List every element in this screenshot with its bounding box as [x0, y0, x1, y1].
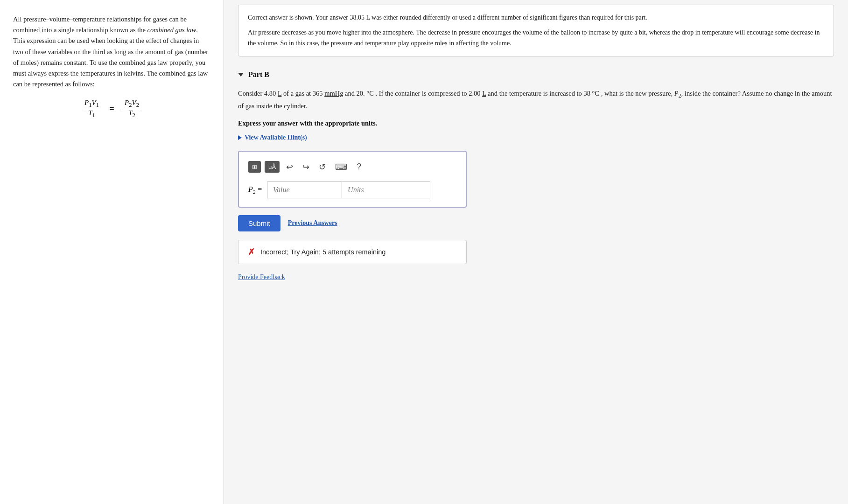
combined-gas-law-term: combined gas law: [147, 26, 196, 34]
intro-text: All pressure–volume–temperature relation…: [13, 14, 210, 90]
help-button[interactable]: ?: [354, 160, 364, 174]
feedback-line2: Air pressure decreases as you move highe…: [248, 28, 824, 49]
p2-label: P2 =: [248, 185, 262, 195]
part-a-feedback-box: Correct answer is shown. Your answer 38.…: [238, 5, 834, 56]
fraction-p2v2t2: P2V2 T2: [123, 99, 141, 119]
refresh-button[interactable]: ↺: [316, 160, 329, 174]
submit-row: Submit Previous Answers: [238, 215, 834, 231]
matrix-icon: ⊞: [252, 163, 257, 170]
part-b-content: Consider 4.80 L of a gas at 365 mmHg and…: [238, 88, 834, 281]
feedback-line1: Correct answer is shown. Your answer 38.…: [248, 13, 824, 23]
answer-input-box: ⊞ μÅ ↩ ↪ ↺ ⌨ ? P2 =: [238, 151, 467, 208]
value-input[interactable]: [267, 182, 342, 198]
formula-display: P1V1 T1 = P2V2 T2: [13, 99, 210, 119]
fraction-p1v1t1: P1V1 T1: [83, 99, 101, 119]
keyboard-button[interactable]: ⌨: [332, 160, 350, 174]
hint-arrow-icon: [238, 135, 242, 140]
previous-answers-link[interactable]: Previous Answers: [288, 219, 337, 227]
symbol-button[interactable]: μÅ: [265, 161, 280, 173]
express-units-instruction: Express your answer with the appropriate…: [238, 119, 834, 127]
answer-input-row: P2 =: [248, 182, 456, 198]
symbol-icon: μÅ: [268, 163, 276, 170]
incorrect-message: Incorrect; Try Again; 5 attempts remaini…: [260, 248, 385, 256]
hint-link[interactable]: View Available Hint(s): [245, 134, 307, 141]
part-b-header[interactable]: Part B: [238, 70, 834, 79]
part-b-title: Part B: [248, 70, 269, 79]
hint-link-container[interactable]: View Available Hint(s): [238, 134, 834, 141]
submit-button[interactable]: Submit: [238, 215, 280, 231]
part-b-question: Consider 4.80 L of a gas at 365 mmHg and…: [238, 88, 834, 112]
redo-button[interactable]: ↪: [300, 160, 312, 174]
provide-feedback-link[interactable]: Provide Feedback: [238, 273, 834, 281]
matrix-button[interactable]: ⊞: [248, 161, 261, 173]
part-b-arrow[interactable]: [238, 73, 244, 77]
answer-toolbar: ⊞ μÅ ↩ ↪ ↺ ⌨ ?: [248, 160, 456, 174]
left-panel: All pressure–volume–temperature relation…: [0, 0, 224, 504]
undo-button[interactable]: ↩: [283, 160, 296, 174]
incorrect-icon: ✗: [248, 247, 255, 257]
right-panel: Correct answer is shown. Your answer 38.…: [224, 0, 848, 504]
incorrect-feedback-box: ✗ Incorrect; Try Again; 5 attempts remai…: [238, 240, 467, 264]
units-input[interactable]: [342, 182, 430, 198]
